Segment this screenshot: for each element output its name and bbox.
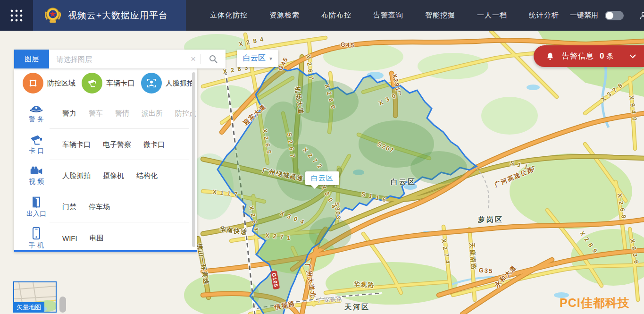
quick-layer-face-capture[interactable]: 人脸抓拍 <box>141 73 197 93</box>
layer-item[interactable]: 派出所 <box>142 109 163 118</box>
app-title: 视频云+大数据应用平台 <box>68 9 168 22</box>
layer-item[interactable]: 摄像机 <box>103 171 124 180</box>
door-icon <box>31 196 42 208</box>
one-key-disable-toggle[interactable] <box>605 11 624 20</box>
category-phone[interactable]: 手 机 <box>23 227 50 250</box>
category-video[interactable]: 视 频 <box>23 166 50 186</box>
layer-item[interactable]: 车辆卡口 <box>62 140 91 149</box>
video-camera-icon <box>30 166 43 176</box>
nav-menu: 立体化防控 资源检索 布防布控 告警查询 智能挖掘 一人一档 统计分析 <box>186 0 570 31</box>
alert-unit: 条 <box>606 52 613 61</box>
layer-item[interactable]: 警情 <box>115 109 129 118</box>
vehicle-checkpoint-icon <box>82 73 102 93</box>
panel-scrollbar[interactable] <box>192 72 195 247</box>
one-key-disable-label: 一键禁用 <box>570 11 598 20</box>
quick-layer-vehicle-checkpoint[interactable]: 车辆卡口 <box>82 73 138 93</box>
layer-item[interactable]: 警车 <box>89 109 103 118</box>
layer-item[interactable]: 电围 <box>90 234 104 243</box>
app-grid-button[interactable] <box>0 0 33 31</box>
category-police[interactable]: 警 务 <box>23 103 50 124</box>
alert-count: 0 <box>600 51 604 61</box>
category-entrance[interactable]: 出入口 <box>23 196 50 218</box>
alert-label: 告警信息 <box>562 51 594 61</box>
region-icon <box>23 73 43 93</box>
nav-item-resource-search[interactable]: 资源检索 <box>259 11 310 20</box>
district-selector[interactable]: 白云区 ▾ <box>237 50 278 67</box>
minimap-label: 矢量地图 <box>13 302 44 313</box>
quick-layer-row: 防控区域 车辆卡口 人脸抓拍 <box>14 68 197 98</box>
app-window: 白云区 矢量地图 PCI佳都科技 白云区 ▾ X 2 8 4X 2 8 3G45… <box>0 0 644 314</box>
category-checkpoint[interactable]: 卡 口 <box>23 134 50 155</box>
nav-item-stereoscopic-control[interactable]: 立体化防控 <box>199 11 259 20</box>
layer-item[interactable]: 门禁 <box>62 203 76 212</box>
layer-search-area: × <box>49 50 226 68</box>
alert-chevron-down-icon[interactable] <box>629 54 636 59</box>
police-cap-icon <box>29 103 43 114</box>
top-nav: 视频云+大数据应用平台 立体化防控 资源检索 布防布控 告警查询 智能挖掘 一人… <box>0 0 644 31</box>
category-row-video: 视 频 人脸抓拍 摄像机 结构化 <box>14 160 197 191</box>
minimap-handle[interactable] <box>59 297 66 313</box>
layer-tab[interactable]: 图层 <box>14 50 49 68</box>
nav-item-statistics[interactable]: 统计分析 <box>518 11 570 20</box>
layer-item[interactable]: 微卡口 <box>143 140 165 149</box>
grid-icon <box>9 8 24 23</box>
district-tooltip: 白云区 <box>305 171 339 185</box>
district-selector-value: 白云区 <box>243 53 266 63</box>
chevron-down-icon: ▾ <box>269 55 272 62</box>
search-button[interactable] <box>201 54 226 64</box>
layer-search-input[interactable] <box>56 55 186 64</box>
layer-item[interactable]: 人脸抓拍 <box>62 171 91 180</box>
toggle-knob <box>606 12 613 19</box>
brand: 视频云+大数据应用平台 <box>33 0 186 31</box>
layer-panel: 防控区域 车辆卡口 人脸抓拍 警 务 警力 警车 <box>14 68 197 252</box>
category-row-police: 警 务 警力 警车 警情 派出所 防控点 <box>14 98 197 129</box>
category-row-checkpoint: 卡 口 车辆卡口 电子警察 微卡口 <box>14 129 197 160</box>
nav-item-one-person-one-file[interactable]: 一人一档 <box>466 11 518 20</box>
layer-panel-header: 图层 × <box>14 50 226 68</box>
face-capture-icon <box>141 73 162 93</box>
district-tooltip-text: 白云区 <box>311 174 334 182</box>
police-badge-logo <box>43 5 62 26</box>
alert-banner[interactable]: 告警信息 0 条 <box>534 45 644 67</box>
category-row-entrance: 出入口 门禁 停车场 <box>14 191 197 222</box>
user-icon <box>639 11 644 20</box>
nav-item-deploy-control[interactable]: 布防布控 <box>310 11 362 20</box>
nav-item-alert-query[interactable]: 告警查询 <box>362 11 414 20</box>
category-row-phone: 手 机 WIFI 电围 <box>14 222 197 252</box>
layer-item[interactable]: WIFI <box>62 234 77 242</box>
layer-item[interactable]: 结构化 <box>136 171 158 180</box>
cctv-camera-icon <box>30 134 43 145</box>
quick-layer-region[interactable]: 防控区域 <box>23 73 79 93</box>
minimap[interactable]: 矢量地图 <box>13 281 57 313</box>
layer-item[interactable]: 停车场 <box>89 203 110 212</box>
layer-item[interactable]: 警力 <box>62 109 76 118</box>
vendor-watermark: PCI佳都科技 <box>560 295 630 311</box>
bell-icon <box>546 51 554 61</box>
layer-item[interactable]: 电子警察 <box>103 140 131 149</box>
nav-right: 一键禁用 系统管理员 <box>570 0 644 31</box>
search-icon <box>209 54 218 64</box>
phone-icon <box>32 227 41 240</box>
user-menu[interactable]: 系统管理员 <box>639 11 644 20</box>
clear-icon[interactable]: × <box>186 54 201 64</box>
nav-item-smart-mining[interactable]: 智能挖掘 <box>414 11 466 20</box>
